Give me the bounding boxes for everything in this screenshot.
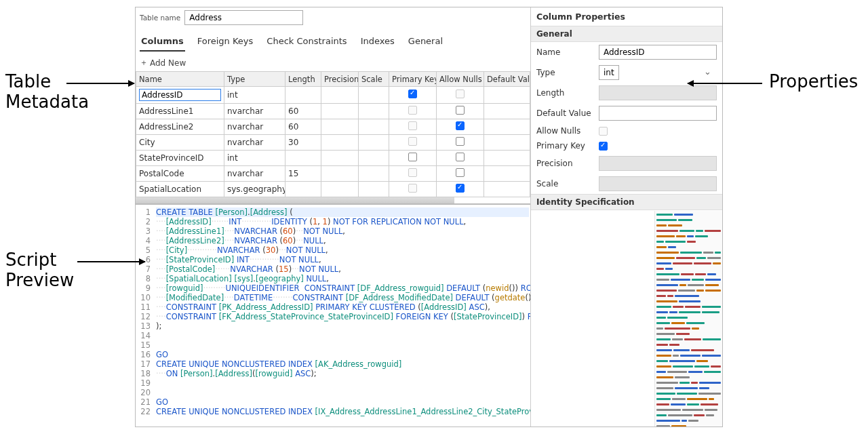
tab-check-constraints[interactable]: Check Constraints (265, 33, 348, 52)
hdr-name[interactable]: Name (136, 72, 224, 87)
primary-key-checkbox[interactable] (408, 137, 417, 146)
cell-name[interactable]: City (136, 135, 224, 151)
primary-key-checkbox[interactable] (408, 153, 417, 161)
hdr-length[interactable]: Length (285, 72, 321, 87)
cell-allow-nulls[interactable] (437, 119, 484, 135)
grid-horizontal-scrollbar[interactable] (136, 197, 454, 203)
tab-columns[interactable]: Columns (140, 33, 185, 52)
prop-primary-key-checkbox[interactable] (599, 142, 608, 151)
table-row[interactable]: int (136, 87, 530, 104)
tab-general[interactable]: General (407, 33, 444, 52)
hdr-type[interactable]: Type (224, 72, 285, 87)
cell-primary-key[interactable] (389, 87, 437, 104)
add-new-button[interactable]: ＋ Add New (136, 52, 530, 71)
cell-length[interactable]: 60 (285, 104, 321, 119)
table-row[interactable]: Citynvarchar30 (136, 135, 530, 151)
cell-precision[interactable] (321, 87, 359, 104)
table-name-input[interactable] (184, 10, 303, 25)
cell-primary-key[interactable] (389, 119, 437, 135)
table-row[interactable]: AddressLine1nvarchar60 (136, 104, 530, 119)
hdr-primary-key[interactable]: Primary Key (389, 72, 437, 87)
primary-key-checkbox[interactable] (408, 121, 417, 130)
cell-type[interactable]: int (224, 87, 285, 104)
column-name-input[interactable] (139, 89, 221, 101)
hdr-precision[interactable]: Precision (321, 72, 359, 87)
cell-precision[interactable] (321, 104, 359, 119)
cell-scale[interactable] (359, 135, 389, 151)
cell-length[interactable] (285, 151, 321, 166)
cell-allow-nulls[interactable] (437, 104, 484, 119)
allow-nulls-checkbox[interactable] (456, 184, 465, 193)
cell-allow-nulls[interactable] (437, 151, 484, 166)
hdr-allow-nulls[interactable]: Allow Nulls (437, 72, 484, 87)
hdr-scale[interactable]: Scale (359, 72, 389, 87)
cell-name[interactable]: PostalCode (136, 166, 224, 182)
allow-nulls-checkbox[interactable] (456, 153, 465, 161)
table-row[interactable]: PostalCodenvarchar15 (136, 166, 530, 182)
tab-foreign-keys[interactable]: Foreign Keys (196, 33, 255, 52)
cell-primary-key[interactable] (389, 104, 437, 119)
allow-nulls-checkbox[interactable] (456, 106, 465, 115)
prop-allow-nulls-checkbox[interactable] (599, 127, 608, 136)
cell-name[interactable]: StateProvinceID (136, 151, 224, 166)
cell-scale[interactable] (359, 104, 389, 119)
hdr-default[interactable]: Default Valu (484, 72, 530, 87)
allow-nulls-checkbox[interactable] (456, 137, 465, 146)
cell-name[interactable]: SpatialLocation (136, 182, 224, 197)
cell-type[interactable]: nvarchar (224, 135, 285, 151)
cell-name[interactable]: AddressLine2 (136, 119, 224, 135)
allow-nulls-checkbox[interactable] (456, 168, 465, 177)
prop-type-select[interactable]: int (599, 65, 619, 80)
cell-default[interactable] (484, 119, 530, 135)
cell-scale[interactable] (359, 151, 389, 166)
cell-length[interactable]: 30 (285, 135, 321, 151)
cell-precision[interactable] (321, 119, 359, 135)
cell-name[interactable] (136, 87, 224, 104)
cell-type[interactable]: nvarchar (224, 166, 285, 182)
primary-key-checkbox[interactable] (408, 90, 417, 98)
table-row[interactable]: AddressLine2nvarchar60 (136, 119, 530, 135)
cell-type[interactable]: nvarchar (224, 104, 285, 119)
tab-indexes[interactable]: Indexes (359, 33, 396, 52)
primary-key-checkbox[interactable] (408, 168, 417, 177)
cell-precision[interactable] (321, 166, 359, 182)
cell-precision[interactable] (321, 182, 359, 197)
allow-nulls-checkbox[interactable] (456, 121, 465, 130)
cell-primary-key[interactable] (389, 151, 437, 166)
cell-primary-key[interactable] (389, 135, 437, 151)
primary-key-checkbox[interactable] (408, 106, 417, 115)
cell-allow-nulls[interactable] (437, 182, 484, 197)
cell-primary-key[interactable] (389, 182, 437, 197)
cell-scale[interactable] (359, 166, 389, 182)
cell-scale[interactable] (359, 87, 389, 104)
cell-allow-nulls[interactable] (437, 166, 484, 182)
table-row[interactable]: StateProvinceIDint (136, 151, 530, 166)
cell-default[interactable] (484, 104, 530, 119)
cell-default[interactable] (484, 87, 530, 104)
cell-type[interactable]: int (224, 151, 285, 166)
allow-nulls-checkbox[interactable] (456, 90, 465, 98)
cell-scale[interactable] (359, 119, 389, 135)
cell-default[interactable] (484, 182, 530, 197)
cell-length[interactable] (285, 87, 321, 104)
cell-precision[interactable] (321, 151, 359, 166)
cell-allow-nulls[interactable] (437, 135, 484, 151)
cell-default[interactable] (484, 166, 530, 182)
cell-default[interactable] (484, 135, 530, 151)
cell-length[interactable] (285, 182, 321, 197)
prop-name-input[interactable] (599, 45, 717, 60)
cell-length[interactable]: 15 (285, 166, 321, 182)
cell-allow-nulls[interactable] (437, 87, 484, 104)
cell-type[interactable]: sys.geography (224, 182, 285, 197)
table-row[interactable]: SpatialLocationsys.geography (136, 182, 530, 197)
cell-type[interactable]: nvarchar (224, 119, 285, 135)
prop-default-input[interactable] (599, 106, 717, 121)
cell-precision[interactable] (321, 135, 359, 151)
primary-key-checkbox[interactable] (408, 184, 417, 193)
script-minimap[interactable] (654, 211, 722, 427)
cell-length[interactable]: 60 (285, 119, 321, 135)
cell-default[interactable] (484, 151, 530, 166)
cell-name[interactable]: AddressLine1 (136, 104, 224, 119)
cell-scale[interactable] (359, 182, 389, 197)
script-code[interactable]: CREATE TABLE [Person].[Address] (····[Ad… (155, 205, 530, 427)
